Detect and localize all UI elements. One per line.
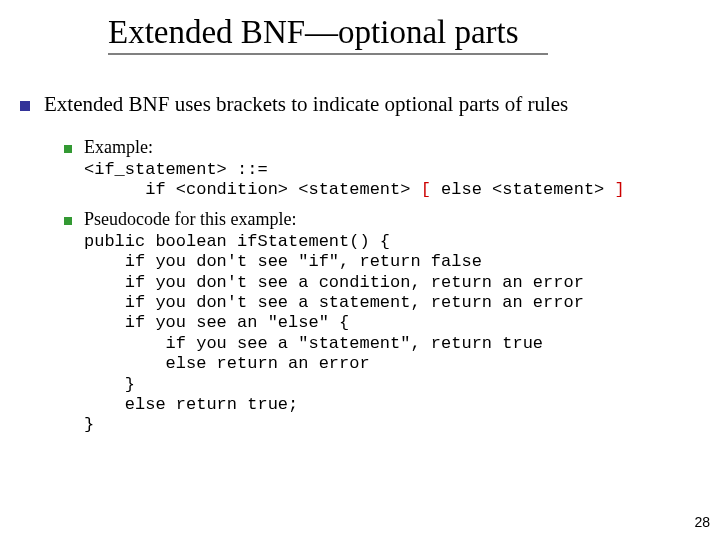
example-label: Example:	[84, 137, 153, 158]
pseudocode-label: Pseudocode for this example:	[84, 209, 296, 230]
slide-title: Extended BNF—optional parts	[108, 14, 519, 51]
square-bullet-icon	[64, 217, 72, 225]
code-line-part: else <statement>	[431, 180, 615, 199]
bracket-close: ]	[615, 180, 625, 199]
pseudocode-block: public boolean ifStatement() { if you do…	[84, 232, 700, 436]
bullet-level1-text: Extended BNF uses brackets to indicate o…	[44, 92, 568, 117]
bullet-level2-row: Example:	[64, 137, 700, 158]
bullet-level1-row: Extended BNF uses brackets to indicate o…	[20, 92, 700, 117]
code-line-part: if <condition> <statement>	[84, 180, 421, 199]
title-underline	[108, 53, 548, 55]
bullet-level2-row: Pseudocode for this example:	[64, 209, 700, 230]
page-number: 28	[694, 514, 710, 530]
slide: Extended BNF—optional parts Extended BNF…	[0, 0, 720, 540]
sublist: Example: <if_statement> ::= if <conditio…	[64, 137, 700, 436]
square-bullet-icon	[64, 145, 72, 153]
bracket-open: [	[421, 180, 431, 199]
title-container: Extended BNF—optional parts	[108, 14, 519, 51]
body-content: Extended BNF uses brackets to indicate o…	[20, 92, 700, 444]
bnf-code-block: <if_statement> ::= if <condition> <state…	[84, 160, 700, 201]
square-bullet-icon	[20, 101, 30, 111]
code-line: <if_statement> ::=	[84, 160, 268, 179]
